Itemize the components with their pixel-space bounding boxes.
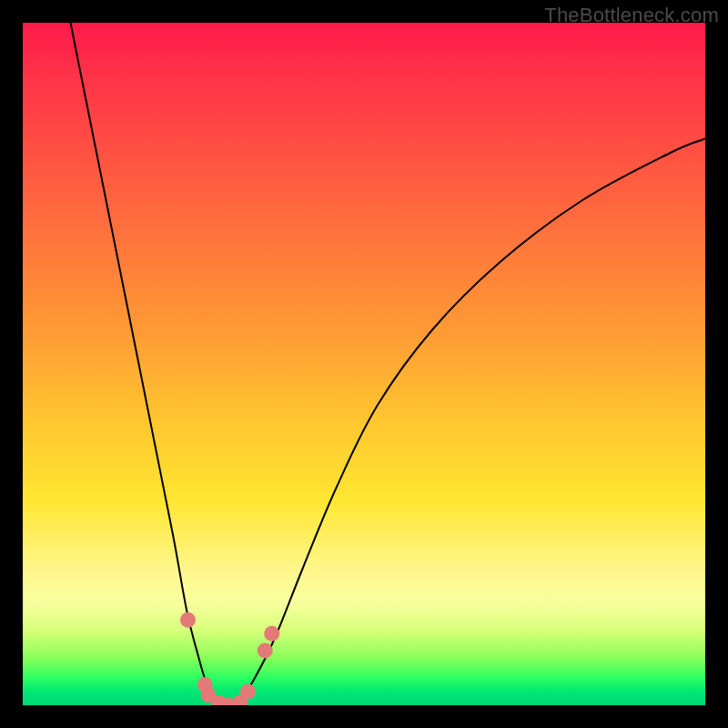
- data-marker: [258, 643, 273, 659]
- data-marker: [240, 684, 256, 700]
- data-marker: [264, 626, 279, 642]
- plot-area: [23, 23, 705, 705]
- outer-frame: TheBottleneck.com: [0, 0, 728, 728]
- watermark-text: TheBottleneck.com: [544, 4, 719, 27]
- bottleneck-curve: [23, 23, 705, 705]
- data-marker: [180, 612, 196, 628]
